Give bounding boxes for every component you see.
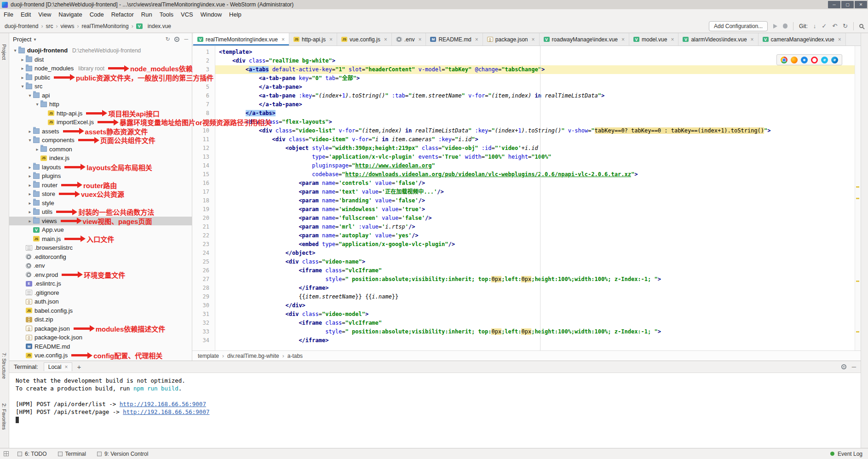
tree-item[interactable]: http-api.js项目相关api接口 <box>9 109 192 118</box>
close-tab-icon[interactable] <box>475 36 478 43</box>
opera-icon[interactable] <box>811 57 818 63</box>
tree-item[interactable]: App.vue <box>9 225 192 235</box>
line-number[interactable]: 6 <box>192 92 209 100</box>
code-line[interactable]: <div class="realTime bg-white"> <box>215 57 861 65</box>
editor-tab[interactable]: cameraManage\index.vue <box>759 33 846 46</box>
line-number[interactable]: 34 <box>192 336 209 345</box>
tree-item[interactable]: package.jsonmodules依赖描述文件 <box>9 324 192 333</box>
chevron-down-icon[interactable] <box>34 37 36 42</box>
code-line[interactable]: <iframe class="vlcIframe" <box>215 266 861 275</box>
code-line[interactable]: <div class="video-item" v-for="i in item… <box>215 135 861 144</box>
tree-item[interactable]: ▸routerrouter路由 <box>9 181 192 190</box>
menu-item-file[interactable]: File <box>0 9 17 19</box>
line-number[interactable]: 18 <box>192 196 209 205</box>
code-line[interactable]: <param name='branding' value='false'/> <box>215 196 861 205</box>
tree-item[interactable]: dist.zip <box>9 315 192 324</box>
maximize-button[interactable] <box>841 1 854 8</box>
line-number[interactable]: 32 <box>192 319 209 327</box>
line-number[interactable]: 11 <box>192 135 209 144</box>
editor-tab[interactable]: package.json <box>483 33 540 46</box>
menu-item-view[interactable]: View <box>34 9 55 19</box>
menu-item-navigate[interactable]: Navigate <box>55 9 86 19</box>
code-line[interactable]: type='application/x-vlc-plugin' events='… <box>215 153 861 161</box>
chevron-right-icon[interactable]: ▸ <box>19 66 26 71</box>
menu-item-code[interactable]: Code <box>86 9 108 19</box>
code-line[interactable]: <param name='text' value='正在加载视频中...'/> <box>215 188 861 196</box>
code-line[interactable]: <template> <box>215 48 861 57</box>
tree-item[interactable]: ▾components页面公共组件文件 <box>9 136 192 145</box>
refresh-icon[interactable] <box>165 36 170 42</box>
code-line[interactable]: <a-tab-pane :key="(index+1).toString()" … <box>215 92 861 100</box>
status-version-control[interactable]: 9: Version Control <box>97 451 148 457</box>
tree-item[interactable]: package-lock.json <box>9 333 192 342</box>
editor-tab[interactable]: README.md <box>426 33 483 46</box>
code-line[interactable]: <param name='windowless' value='true'> <box>215 205 861 214</box>
close-tab-icon[interactable] <box>329 36 333 43</box>
minimize-button[interactable] <box>828 1 840 8</box>
close-button[interactable] <box>855 1 867 8</box>
close-tab-icon[interactable] <box>751 36 754 43</box>
code-line[interactable]: codebase="http://downloads.videolan.org/… <box>215 170 861 179</box>
menu-item-window[interactable]: Window <box>197 9 225 19</box>
new-terminal-icon[interactable] <box>77 363 81 371</box>
menu-item-tools[interactable]: Tools <box>156 9 177 19</box>
tree-item[interactable]: ▸style <box>9 199 192 208</box>
breadcrumb-item[interactable]: index.vue <box>148 23 171 29</box>
editor-breadcrumb-item[interactable]: template <box>198 353 219 359</box>
chevron-right-icon[interactable]: ▸ <box>27 129 33 134</box>
menu-item-vcs[interactable]: VCS <box>177 9 197 19</box>
tree-item[interactable]: ▾api <box>9 91 192 100</box>
menu-item-refactor[interactable]: Refactor <box>108 9 138 19</box>
tree-item[interactable]: .eslintrc.js <box>9 279 192 288</box>
tree-item[interactable]: ▸dist <box>9 55 192 64</box>
chevron-right-icon[interactable]: ▸ <box>27 173 33 178</box>
project-panel-title[interactable]: Project <box>13 36 31 43</box>
editor-tab[interactable]: http-api.js <box>289 33 337 46</box>
tree-item[interactable]: .env.prod环境变量文件 <box>9 270 192 280</box>
line-number[interactable]: 28 <box>192 284 209 293</box>
line-number[interactable]: 5 <box>192 83 209 92</box>
tree-item[interactable]: vue.config.jsconfig配置、代理相关 <box>9 351 192 360</box>
tree-item[interactable]: .editorconfig <box>9 252 192 262</box>
line-number[interactable]: 30 <box>192 301 209 310</box>
chevron-right-icon[interactable]: ▸ <box>27 165 33 170</box>
line-number[interactable]: 14 <box>192 161 209 170</box>
tree-item[interactable]: importExcel.js暴露环境变量地址给图片or视频资源路径引用相关 <box>9 118 192 127</box>
terminal-settings-icon[interactable] <box>841 364 846 369</box>
line-number[interactable]: 25 <box>192 258 209 266</box>
tree-item[interactable]: babel.config.js <box>9 306 192 316</box>
line-number[interactable]: 31 <box>192 310 209 319</box>
tree-item[interactable]: ▸common <box>9 145 192 154</box>
line-number[interactable]: 27 <box>192 275 209 284</box>
code-line[interactable]: <param name='controls' value='false'/> <box>215 179 861 188</box>
debug-icon[interactable] <box>783 23 788 29</box>
tree-item[interactable]: main.js入口文件 <box>9 235 192 244</box>
tree-item[interactable]: auth.json <box>9 297 192 306</box>
code-line[interactable]: {{item.streetName}} {{i.name}} <box>215 293 861 301</box>
tree-item[interactable]: ▸utils封装的一些公共函数方法 <box>9 207 192 217</box>
git-update-icon[interactable]: ↓ <box>813 23 816 29</box>
code-line[interactable]: <param name='fullscreen' value='false'/> <box>215 214 861 223</box>
chevron-down-icon[interactable]: ▾ <box>34 102 40 107</box>
menu-item-edit[interactable]: Edit <box>17 9 34 19</box>
tree-item[interactable]: ▾duoji-frontendD:\zheheWeb\duoji-fronten… <box>9 46 192 55</box>
chevron-right-icon[interactable]: ▸ <box>27 218 33 224</box>
line-number[interactable]: 1 <box>192 48 209 57</box>
tool-stripe-structure[interactable]: 7: Structure <box>1 353 7 379</box>
chevron-down-icon[interactable]: ▾ <box>19 84 26 89</box>
status-terminal[interactable]: Terminal <box>58 451 86 457</box>
gear-icon[interactable] <box>174 37 179 42</box>
tree-item[interactable]: ▸layoutslayouts全局布局相关 <box>9 163 192 172</box>
chevron-right-icon[interactable]: ▸ <box>27 183 33 188</box>
editor-tab[interactable]: model.vue <box>629 33 678 46</box>
close-tab-icon[interactable] <box>532 36 535 43</box>
hide-panel-icon[interactable] <box>184 36 188 42</box>
code-line[interactable]: <a-tab-pane key="0" tab="全部"> <box>215 74 861 83</box>
code-line[interactable]: </object> <box>215 249 861 258</box>
edge-icon[interactable] <box>831 57 838 63</box>
terminal-link[interactable]: http://192.168.66.56:9007 <box>123 408 209 415</box>
code-line[interactable]: pluginspage="http://www.videolan.org" <box>215 161 861 170</box>
close-tab-icon[interactable] <box>282 36 285 43</box>
code-line[interactable]: </div> <box>215 301 861 310</box>
editor-tab[interactable]: .env <box>392 33 426 46</box>
